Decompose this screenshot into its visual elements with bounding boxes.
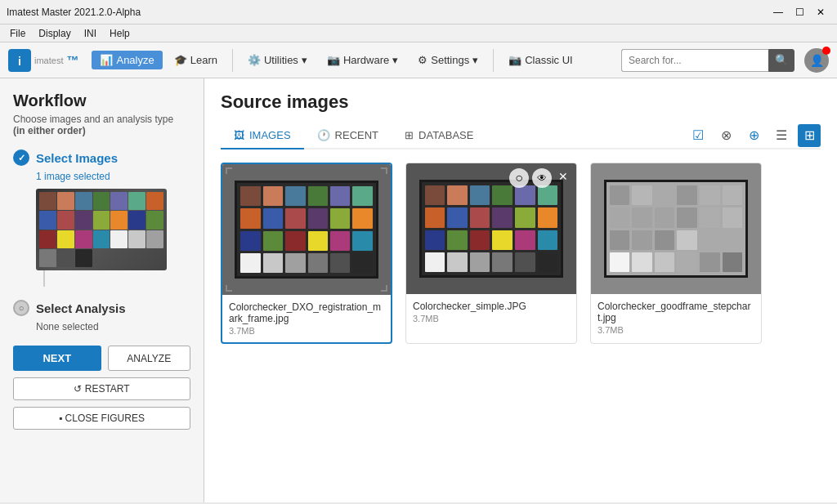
step-1-title[interactable]: Select Images <box>36 151 118 165</box>
logo-text: imatest <box>34 56 63 65</box>
step-1-header: ✓ Select Images <box>13 149 190 166</box>
titlebar-controls: — ☐ ✕ <box>768 3 830 21</box>
tab-recent[interactable]: 🕐 RECENT <box>304 123 392 149</box>
app-title: Imatest Master 2021.2.0-Alpha <box>7 7 141 18</box>
content-title: Source images <box>221 91 821 113</box>
step-1-circle: ✓ <box>13 149 29 166</box>
hardware-button[interactable]: 📷 Hardware ▾ <box>319 51 406 69</box>
step-connector <box>43 270 45 287</box>
avatar-icon: 👤 <box>810 54 824 67</box>
learn-label: Learn <box>190 54 217 66</box>
menu-display[interactable]: Display <box>32 26 77 41</box>
learn-button[interactable]: 🎓 Learn <box>166 51 226 69</box>
recent-tab-label: RECENT <box>335 129 378 141</box>
close-button[interactable]: ✕ <box>811 3 830 21</box>
step-2-title[interactable]: Select Analysis <box>36 301 126 315</box>
tab-database[interactable]: ⊞ DATABASE <box>392 123 486 149</box>
step-1: ✓ Select Images 1 image selected <box>13 149 190 270</box>
logo-super: ™ <box>66 53 78 67</box>
app-logo: i imatest™ <box>8 49 78 72</box>
tab-actions: ☑ ⊗ ⊕ ☰ ⊞ <box>687 124 821 147</box>
utilities-icon: ⚙️ <box>248 54 261 66</box>
tabs-bar: 🖼 IMAGES 🕐 RECENT ⊞ DATABASE ☑ ⊗ ⊕ ☰ ⊞ <box>221 123 821 149</box>
select-card-button[interactable]: ○ <box>509 168 529 188</box>
card-overlay: ○👁✕ <box>509 168 571 188</box>
restart-button[interactable]: ↺ RESTART <box>13 377 190 400</box>
search-button[interactable]: 🔍 <box>768 49 794 72</box>
card-name: Colorchecker_goodframe_stepchart.jpg <box>598 301 754 323</box>
workflow-title: Workflow <box>13 91 190 110</box>
user-avatar[interactable]: 👤 <box>804 48 829 73</box>
grid-view-button[interactable]: ⊞ <box>798 124 821 147</box>
images-tab-label: IMAGES <box>249 129 291 141</box>
step-2-header: ○ Select Analysis <box>13 300 190 316</box>
menu-file[interactable]: File <box>3 26 32 41</box>
step-1-image-preview <box>36 189 167 270</box>
card-size: 3.7MB <box>598 325 754 335</box>
menu-ini[interactable]: INI <box>78 26 103 41</box>
step-2-circle: ○ <box>13 300 29 316</box>
workflow-subtitle-em: (in either order) <box>13 125 86 136</box>
image-grid: Colorchecker_DXO_registration_mark_frame… <box>221 163 821 344</box>
card-info: Colorchecker_DXO_registration_mark_frame… <box>222 295 391 342</box>
database-tab-label: DATABASE <box>418 129 473 141</box>
menu-help[interactable]: Help <box>103 26 137 41</box>
utilities-button[interactable]: ⚙️ Utilities ▾ <box>239 51 316 69</box>
corner-mark-tr <box>381 167 387 174</box>
settings-button[interactable]: ⚙ Settings ▾ <box>410 51 486 69</box>
corner-mark-tl <box>226 167 232 174</box>
settings-icon: ⚙ <box>418 54 427 66</box>
titlebar: Imatest Master 2021.2.0-Alpha — ☐ ✕ <box>0 0 837 25</box>
utilities-label: Utilities <box>264 54 298 66</box>
content-area: Source images 🖼 IMAGES 🕐 RECENT ⊞ DATABA… <box>204 78 837 502</box>
step-2: ○ Select Analysis None selected <box>13 300 190 332</box>
recent-tab-icon: 🕐 <box>317 129 330 141</box>
classic-ui-icon: 📷 <box>508 54 521 66</box>
database-tab-icon: ⊞ <box>405 129 414 141</box>
image-card[interactable]: Colorchecker_DXO_registration_mark_frame… <box>221 163 392 344</box>
analyze-label: Analyze <box>116 54 154 66</box>
image-card[interactable]: Colorchecker_goodframe_stepchart.jpg3.7M… <box>590 163 762 344</box>
settings-label: Settings <box>431 54 469 66</box>
card-info: Colorchecker_goodframe_stepchart.jpg3.7M… <box>591 294 761 341</box>
step-1-subtitle: 1 image selected <box>36 171 190 182</box>
card-name: Colorchecker_DXO_registration_mark_frame… <box>229 301 384 324</box>
preview-card-button[interactable]: 👁 <box>532 168 552 188</box>
classic-ui-button[interactable]: 📷 Classic UI <box>500 51 581 69</box>
search-icon: 🔍 <box>775 54 789 66</box>
image-card[interactable]: ○👁✕Colorchecker_simple.JPG3.7MB <box>405 163 577 344</box>
deselect-button[interactable]: ⊗ <box>714 124 737 147</box>
tab-images[interactable]: 🖼 IMAGES <box>221 123 304 149</box>
hardware-label: Hardware <box>343 54 389 66</box>
next-button[interactable]: NEXT <box>13 346 101 371</box>
learn-icon: 🎓 <box>174 54 187 66</box>
corner-mark-bl <box>226 285 232 292</box>
logo-icon: i <box>8 49 31 72</box>
analyze-button[interactable]: 📊 Analyze <box>92 51 162 69</box>
remove-card-button[interactable]: ✕ <box>555 168 571 185</box>
select-all-button[interactable]: ☑ <box>687 124 709 147</box>
card-size: 3.7MB <box>229 326 384 336</box>
titlebar-title: Imatest Master 2021.2.0-Alpha <box>7 7 141 18</box>
svg-text:i: i <box>18 55 21 68</box>
settings-chevron-icon: ▾ <box>472 54 478 66</box>
sidebar: Workflow Choose images and an analysis t… <box>0 78 204 502</box>
workflow-subtitle: Choose images and an analysis type (in e… <box>13 114 190 136</box>
list-view-button[interactable]: ☰ <box>770 124 793 147</box>
sidebar-actions: NEXT ANALYZE ↺ RESTART ▪ CLOSE FIGURES <box>13 346 190 430</box>
maximize-button[interactable]: ☐ <box>790 3 809 21</box>
hardware-chevron-icon: ▾ <box>392 54 398 66</box>
primary-action-row: NEXT ANALYZE <box>13 346 190 371</box>
analyze-button[interactable]: ANALYZE <box>108 346 191 371</box>
toolbar: i imatest™ 📊 Analyze 🎓 Learn ⚙️ Utilitie… <box>0 42 837 78</box>
workflow-subtitle-text: Choose images and an analysis type <box>13 114 173 125</box>
separator-1 <box>232 49 233 72</box>
search-input[interactable] <box>621 49 768 72</box>
separator-2 <box>493 49 494 72</box>
step-2-subtitle: None selected <box>36 321 190 332</box>
card-info: Colorchecker_simple.JPG3.7MB <box>406 294 576 330</box>
search-container: 🔍 <box>621 49 794 72</box>
close-figures-button[interactable]: ▪ CLOSE FIGURES <box>13 407 190 430</box>
add-button[interactable]: ⊕ <box>742 124 765 147</box>
minimize-button[interactable]: — <box>768 3 788 21</box>
